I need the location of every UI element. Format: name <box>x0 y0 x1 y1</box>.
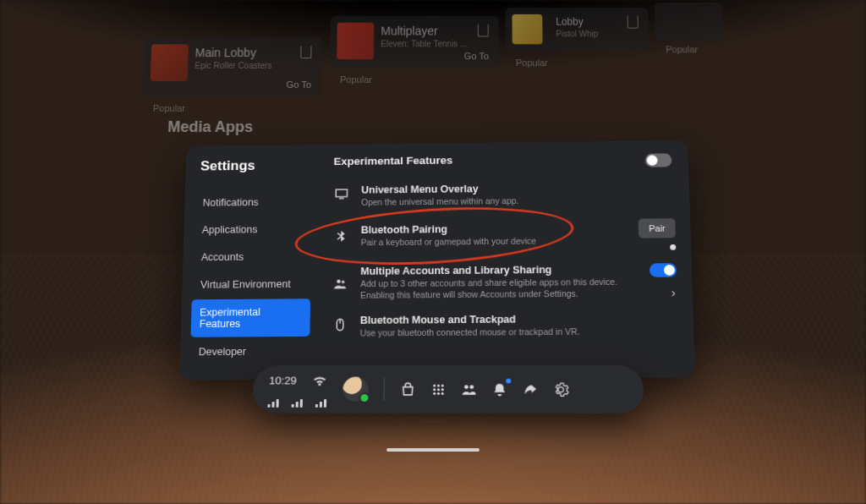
card-tag: Popular <box>153 103 185 113</box>
apps-grid-icon[interactable] <box>429 381 447 399</box>
settings-title: Settings <box>200 157 321 174</box>
card-title: Multiplayer <box>381 25 488 38</box>
mouse-icon <box>330 315 350 335</box>
wifi-icon[interactable] <box>310 371 330 389</box>
setting-desc: Pair a keyboard or gamepad with your dev… <box>361 235 629 249</box>
setting-title: Multiple Accounts and Library Sharing <box>360 263 639 277</box>
svg-point-4 <box>433 384 436 386</box>
setting-row-universal-menu[interactable]: Universal Menu Overlay Open the universa… <box>332 175 675 215</box>
accounts-toggle[interactable] <box>650 263 677 277</box>
bluetooth-icon <box>331 227 351 247</box>
feed-card[interactable]: Lobby Pistol Whip Popular <box>505 8 649 51</box>
signal-icon <box>267 397 281 408</box>
bookmark-icon[interactable] <box>628 16 639 29</box>
card-tag: Popular <box>666 44 698 54</box>
sidebar-item-applications[interactable]: Applications <box>194 216 312 244</box>
card-thumbnail <box>512 14 542 44</box>
clock: 10:29 <box>269 375 297 387</box>
svg-point-7 <box>433 388 436 391</box>
svg-point-12 <box>441 392 443 394</box>
master-toggle[interactable] <box>645 153 672 167</box>
notification-badge <box>506 379 511 384</box>
setting-row-multiple-accounts[interactable]: Multiple Accounts and Library Sharing Ad… <box>330 256 677 308</box>
user-avatar[interactable] <box>343 377 369 402</box>
settings-content: Experimental Features Universal Menu Ove… <box>318 140 695 380</box>
setting-row-bluetooth-mouse[interactable]: Bluetooth Mouse and Trackpad Use your bl… <box>330 305 679 345</box>
share-icon[interactable] <box>520 381 539 399</box>
card-title: Lobby <box>556 16 639 28</box>
go-to-button[interactable]: Go To <box>464 51 489 61</box>
svg-point-9 <box>441 388 443 391</box>
card-title: Main Lobby <box>195 46 312 59</box>
section-heading: Media Apps <box>167 118 253 136</box>
card-tag: Popular <box>340 74 372 85</box>
svg-point-6 <box>441 384 443 386</box>
settings-gear-icon[interactable] <box>551 381 570 399</box>
notifications-icon[interactable] <box>490 381 508 399</box>
card-thumbnail <box>151 44 189 81</box>
signal-icon <box>315 397 329 408</box>
monitor-icon <box>332 184 352 204</box>
status-dot <box>670 244 676 250</box>
svg-point-8 <box>436 388 439 391</box>
card-subtitle: Pistol Whip <box>556 30 639 39</box>
svg-point-1 <box>342 280 345 282</box>
sidebar-item-virtual-environment[interactable]: Virtual Environment <box>192 271 311 299</box>
card-thumbnail <box>337 23 374 59</box>
setting-desc: Add up to 3 other accounts and share eli… <box>360 277 640 301</box>
home-feed-background: Main Lobby Epic Roller Coasters Go To Po… <box>141 1 738 152</box>
section-title: Experimental Features <box>333 151 673 167</box>
svg-point-13 <box>464 385 469 389</box>
svg-point-5 <box>436 384 439 386</box>
sidebar-item-experimental-features[interactable]: Experimental Features <box>190 299 310 337</box>
bookmark-icon[interactable] <box>478 25 489 37</box>
settings-panel: Settings Notifications Applications Acco… <box>179 140 695 381</box>
home-handle[interactable] <box>386 448 480 452</box>
people-icon[interactable] <box>459 381 478 399</box>
bookmark-icon[interactable] <box>300 46 311 58</box>
pair-button[interactable]: Pair <box>639 218 676 238</box>
dock-separator <box>384 378 385 401</box>
sidebar-item-developer[interactable]: Developer <box>190 338 310 365</box>
feed-card[interactable]: Multiplayer Eleven: Table Tennis ... Go … <box>330 16 499 68</box>
svg-point-0 <box>337 279 340 282</box>
sidebar-item-notifications[interactable]: Notifications <box>195 189 312 216</box>
system-dock: 10:29 <box>252 365 644 414</box>
setting-title: Bluetooth Mouse and Trackpad <box>360 312 678 326</box>
go-to-button[interactable]: Go To <box>287 79 311 90</box>
feed-card[interactable]: Popular <box>655 3 723 41</box>
store-icon[interactable] <box>398 381 417 399</box>
setting-desc: Use your bluetooth connected mouse or tr… <box>360 326 679 339</box>
card-subtitle: Eleven: Table Tennis ... <box>381 39 489 48</box>
sidebar-item-accounts[interactable]: Accounts <box>193 244 311 271</box>
people-icon <box>331 274 351 293</box>
svg-point-14 <box>469 385 474 389</box>
chevron-right-icon[interactable]: › <box>671 285 677 299</box>
card-subtitle: Epic Roller Coasters <box>195 61 311 70</box>
dock-status-cluster: 10:29 <box>267 371 329 407</box>
feed-card[interactable]: Main Lobby Epic Roller Coasters Go To Po… <box>143 37 321 96</box>
setting-row-bluetooth-pairing[interactable]: Bluetooth Pairing Pair a keyboard or gam… <box>331 211 676 259</box>
setting-title: Universal Menu Overlay <box>361 181 674 195</box>
svg-point-10 <box>433 392 436 394</box>
settings-sidebar: Settings Notifications Applications Acco… <box>179 145 321 381</box>
svg-point-11 <box>436 392 439 394</box>
setting-title: Bluetooth Pairing <box>361 222 629 236</box>
signal-icon <box>292 397 305 408</box>
setting-desc: Open the universal menu within any app. <box>361 194 675 209</box>
card-tag: Popular <box>516 58 548 68</box>
